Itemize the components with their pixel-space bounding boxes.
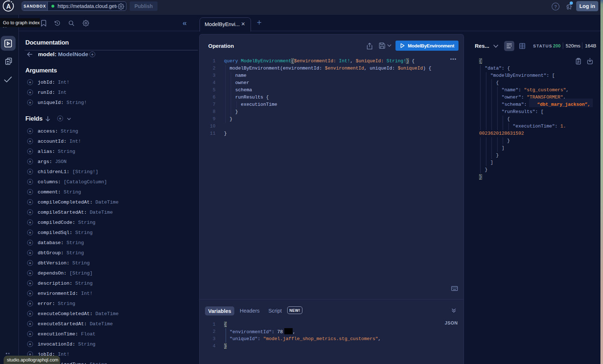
- svg-text:A: A: [6, 3, 11, 10]
- svg-text:?: ?: [554, 4, 557, 9]
